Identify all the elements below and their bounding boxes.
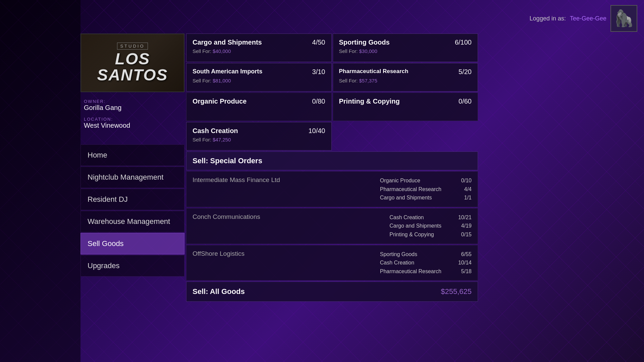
studio-logo: STUDIO LOS SANTOS <box>80 34 184 92</box>
good-name-organic: Organic Produce <box>193 98 247 105</box>
order-items-intermediate: Organic Produce 0/10 Pharmaceutical Rese… <box>380 176 472 202</box>
order-item-name-2-0: Sporting Goods <box>380 250 417 259</box>
order-item-qty-0-1: 4/4 <box>455 185 472 194</box>
nav-menu: Home Nightclub Management Resident DJ Wa… <box>80 144 184 277</box>
owner-label: OWNER: <box>84 99 181 104</box>
order-item-qty-1-2: 0/15 <box>455 230 472 239</box>
order-item-name-1-1: Cargo and Shipments <box>389 222 441 230</box>
sell-all-label: Sell: All Goods <box>193 287 245 296</box>
good-name-cargo: Cargo and Shipments <box>193 39 262 46</box>
location-label: LOCATION: <box>84 117 181 122</box>
order-item-name-0-2: Cargo and Shipments <box>380 193 432 202</box>
good-stock-printing: 0/60 <box>459 98 472 105</box>
good-stock-south-american: 3/10 <box>312 68 325 76</box>
special-order-offshore[interactable]: OffShore Logistics Sporting Goods 6/55 C… <box>186 245 478 281</box>
good-stock-sporting: 6/100 <box>455 39 472 46</box>
right-panel: Cargo and Shipments 4/50 Sell For: $40,0… <box>186 34 478 302</box>
sell-amount-cargo: $40,000 <box>213 48 231 54</box>
order-company-intermediate: Intermediate Mass Finance Ltd <box>193 176 280 184</box>
good-organic-produce[interactable]: Organic Produce 0/80 <box>186 93 332 121</box>
sell-for-label-cash: Sell For: <box>193 137 211 142</box>
sell-all-amount: $255,625 <box>441 287 472 296</box>
owner-info: OWNER: Gorilla Gang LOCATION: West Vinew… <box>80 92 184 141</box>
order-item-qty-2-2: 5/18 <box>455 267 472 276</box>
sell-special-orders-header: Sell: Special Orders <box>186 152 478 170</box>
special-order-conch[interactable]: Conch Communications Cash Creation 10/21… <box>186 208 478 244</box>
sidebar-item-home[interactable]: Home <box>80 144 184 166</box>
sidebar-item-upgrades[interactable]: Upgrades <box>80 255 184 277</box>
login-username: Tee-Gee-Gee <box>570 15 606 22</box>
order-company-offshore: OffShore Logistics <box>193 250 245 257</box>
good-south-american-imports[interactable]: South American Imports 3/10 Sell For: $8… <box>186 63 332 92</box>
avatar: 🦍 <box>610 5 637 32</box>
good-stock-cash: 10/40 <box>308 127 325 135</box>
sidebar-item-sell-goods[interactable]: Sell Goods <box>80 233 184 254</box>
sell-special-orders-title: Sell: Special Orders <box>193 157 262 165</box>
sell-amount-sporting: $30,000 <box>359 48 377 54</box>
left-silhouette <box>0 0 80 362</box>
good-name-cash: Cash Creation <box>193 127 238 135</box>
sell-amount-south: $81,000 <box>213 78 231 83</box>
owner-value: Gorilla Gang <box>84 104 181 112</box>
order-item-qty-0-0: 0/10 <box>455 176 472 185</box>
order-item-name-1-2: Printing & Copying <box>389 230 434 239</box>
good-cash-creation[interactable]: Cash Creation 10/40 Sell For: $47,250 <box>186 122 332 150</box>
good-stock-pharmaceutical: 5/20 <box>459 68 472 76</box>
order-item-name-2-2: Pharmaceutical Research <box>380 267 441 276</box>
good-name-south-american: South American Imports <box>193 68 262 75</box>
sell-amount-cash: $47,250 <box>213 137 231 142</box>
order-item-name-0-1: Pharmaceutical Research <box>380 185 441 194</box>
header-login-area: Logged in as: Tee-Gee-Gee 🦍 <box>530 5 637 32</box>
avatar-icon: 🦍 <box>614 9 634 28</box>
sell-for-label-cargo: Sell For: <box>193 48 211 54</box>
studio-logo-text: STUDIO LOS SANTOS <box>81 43 184 83</box>
sidebar-item-resident-dj[interactable]: Resident DJ <box>80 189 184 210</box>
order-item-qty-2-0: 6/55 <box>455 250 472 259</box>
order-item-qty-1-1: 4/19 <box>455 222 472 230</box>
sell-for-label-pharma: Sell For: <box>339 78 358 83</box>
good-stock-cargo: 4/50 <box>312 39 325 46</box>
left-panel: STUDIO LOS SANTOS OWNER: Gorilla Gang LO… <box>80 34 184 277</box>
order-company-conch: Conch Communications <box>193 213 260 221</box>
order-item-qty-0-2: 1/1 <box>455 193 472 202</box>
order-item-qty-2-1: 10/14 <box>455 258 472 267</box>
location-value: West Vinewood <box>84 122 181 129</box>
good-cargo-shipments[interactable]: Cargo and Shipments 4/50 Sell For: $40,0… <box>186 34 332 62</box>
sidebar-item-nightclub-management[interactable]: Nightclub Management <box>80 167 184 188</box>
order-item-name-1-0: Cash Creation <box>389 213 424 222</box>
order-items-offshore: Sporting Goods 6/55 Cash Creation 10/14 … <box>380 250 472 276</box>
good-pharmaceutical-research[interactable]: Pharmaceutical Research 5/20 Sell For: $… <box>333 63 478 92</box>
sell-for-label-sporting: Sell For: <box>339 48 358 54</box>
good-name-sporting: Sporting Goods <box>339 39 390 46</box>
sell-for-label-south: Sell For: <box>193 78 211 83</box>
good-name-printing: Printing & Copying <box>339 98 400 105</box>
order-item-qty-1-0: 10/21 <box>455 213 472 222</box>
studio-label: STUDIO <box>117 43 148 50</box>
sell-amount-pharma: $57,375 <box>359 78 377 83</box>
studio-name: LOS SANTOS <box>81 51 184 83</box>
good-sporting-goods[interactable]: Sporting Goods 6/100 Sell For: $30,000 <box>333 34 478 62</box>
sidebar-item-warehouse-management[interactable]: Warehouse Management <box>80 211 184 232</box>
good-name-pharmaceutical: Pharmaceutical Research <box>339 68 409 75</box>
good-printing-copying[interactable]: Printing & Copying 0/60 <box>333 93 478 121</box>
order-item-name-2-1: Cash Creation <box>380 258 414 267</box>
special-order-intermediate[interactable]: Intermediate Mass Finance Ltd Organic Pr… <box>186 171 478 207</box>
logged-in-label: Logged in as: <box>530 15 566 22</box>
sell-all-goods-button[interactable]: Sell: All Goods $255,625 <box>186 282 478 302</box>
order-item-name-0-0: Organic Produce <box>380 176 420 185</box>
order-items-conch: Cash Creation 10/21 Cargo and Shipments … <box>389 213 472 239</box>
good-stock-organic: 0/80 <box>312 98 325 105</box>
